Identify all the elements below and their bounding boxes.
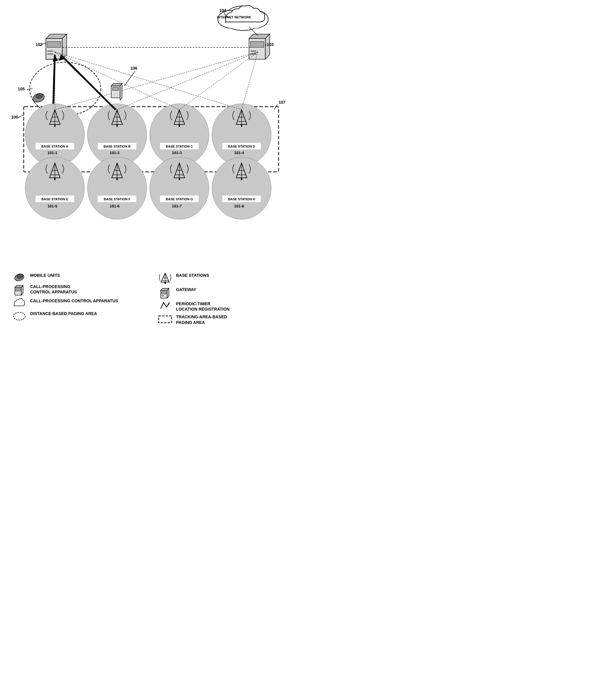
legend-internet-icon [12,298,27,309]
ref-101-3: 101-3 [172,151,182,155]
ref-101-5: 101-5 [47,204,57,208]
ref-101-6: 101-6 [110,204,120,208]
svg-rect-57 [54,178,56,180]
svg-line-89 [61,55,116,110]
bs-g-label: BASE STATION G [166,197,193,201]
svg-rect-110 [165,282,166,284]
svg-rect-98 [112,87,119,90]
svg-marker-11 [62,34,67,59]
bs-h-label: BASE STATION H [228,197,255,201]
bs-b-label: BASE STATION B [103,145,130,148]
legend-tower-icon [158,273,172,284]
legend-distance-label: DISTANCE-BASED PAGING AREA [30,311,97,316]
legend-gateway-icon [158,287,172,299]
svg-rect-72 [241,178,242,180]
svg-line-88 [242,52,258,110]
ref-101-8: 101-8 [234,204,244,208]
ref-101-4: 101-4 [234,151,244,155]
svg-rect-42 [117,125,118,127]
legend-periodic-icon [158,301,172,310]
legend-bs-label: BASE STATIONS [176,273,209,278]
legend-section: MOBILE UNITS CALL-PROCESSINGCONTROL APPA… [0,267,304,333]
ref-105: 105 [18,87,25,91]
bs-d-label: BASE STATION D [228,145,255,148]
bs-c-label: BASE STATION C [166,145,193,148]
server-102 [46,34,67,59]
bs-e-label: BASE STATION E [41,197,68,201]
legend-periodic-label: PERIODIC-TIMERLOCATION REGISTRATION [176,301,230,312]
svg-line-86 [117,52,258,110]
svg-rect-52 [241,125,242,127]
bs-a-label: BASE STATION A [41,145,68,148]
svg-marker-113 [167,288,169,298]
diagram-container: INTERNET NETWORK 104 102 103 105 106 [0,0,304,267]
bs-f-label: BASE STATION F [104,197,130,201]
ref-100: 100 [11,115,18,120]
legend-distance-icon [12,311,27,321]
svg-rect-13 [47,50,54,52]
svg-rect-19 [250,50,256,52]
svg-line-91 [54,55,55,104]
svg-rect-114 [162,292,166,294]
svg-rect-104 [16,289,20,291]
legend-mobile-icon [12,273,27,281]
legend-callproc-label: CALL-PROCESSINGCONTROL APPARATUS [30,284,77,295]
legend-callproc-icon [12,284,27,296]
svg-rect-12 [47,42,61,47]
legend-call-processing: CALL-PROCESSINGCONTROL APPARATUS [12,284,146,296]
svg-rect-62 [117,178,118,180]
legend-mobile-label: MOBILE UNITS [30,273,60,278]
ref-106: 106 [130,66,138,70]
ref-101-7: 101-7 [172,204,182,208]
svg-point-105 [13,312,25,320]
svg-rect-37 [54,125,56,127]
legend-base-stations: BASE STATIONS [158,273,292,284]
call-processing-icon-main [111,84,122,100]
ref-101-2: 101-2 [110,151,120,155]
mobile-unit-icon-main [32,92,45,104]
ref-104: 104 [219,8,226,13]
legend-gateway: GATEWAY [158,287,292,299]
legend-tracking-label: TRACKING-AREA-BASEDPAGING AREA [176,314,227,325]
svg-rect-67 [179,178,180,180]
ref-101-1: 101-1 [47,151,57,155]
legend-distance-paging: DISTANCE-BASED PAGING AREA [12,311,146,321]
internet-label: INTERNET NETWORK [217,16,251,19]
legend-gateway-label: GATEWAY [176,287,196,292]
legend-mobile-units: MOBILE UNITS [12,273,146,281]
legend-internet: CALL-PROCESSING CONTROL APPARATUS [12,298,146,309]
svg-line-84 [55,52,242,110]
legend-internet-label: CALL-PROCESSING CONTROL APPARATUS [30,298,118,303]
svg-line-85 [55,52,258,110]
svg-line-87 [179,52,258,110]
svg-rect-47 [179,125,180,127]
legend-tracking-icon [158,314,172,324]
legend-tracking-paging: TRACKING-AREA-BASEDPAGING AREA [158,314,292,325]
ref-107: 107 [278,100,286,105]
svg-rect-117 [159,316,172,323]
svg-rect-14 [47,54,54,55]
svg-rect-18 [250,42,264,47]
svg-marker-97 [120,84,122,100]
legend-periodic-timer: PERIODIC-TIMERLOCATION REGISTRATION [158,301,292,312]
svg-marker-103 [21,285,23,295]
svg-line-83 [55,52,179,110]
svg-rect-115 [162,295,164,296]
ref-103: 103 [267,42,274,47]
